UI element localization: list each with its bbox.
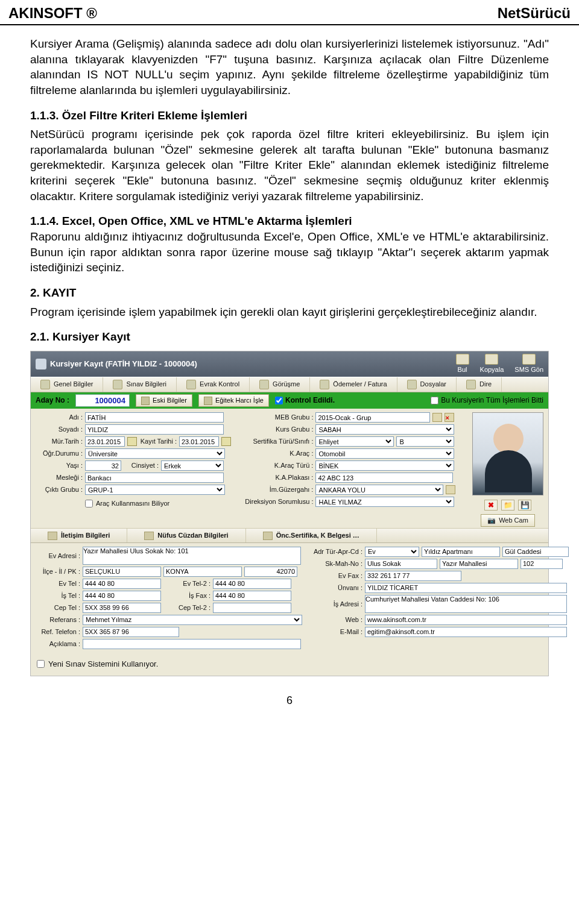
tab-gorusme[interactable]: Görüşme [250,377,310,392]
paragraph-114-block: 1.1.4. Excel, Open Office, XML ve HTML'e… [30,213,549,275]
tab-odemeler[interactable]: Ödemeler / Fatura [310,377,397,392]
tab-dosyalar[interactable]: Dosyalar [397,377,457,392]
kurs-grubu-select[interactable]: SABAH [315,424,454,435]
egitek-harci-button[interactable]: Eğitek Harcı İşle [198,394,269,407]
lookup-icon[interactable] [446,485,455,494]
cadde-input[interactable] [502,547,569,557]
product-text: NetSürücü [498,5,571,22]
kayit-tarihi-input[interactable] [179,436,219,447]
photo-preview [472,412,543,495]
paragraph-2: Program içerisinde işlem yapabilmek için… [30,304,549,320]
fee-icon [204,397,212,405]
il-input[interactable] [163,567,242,577]
adi-input[interactable] [85,412,224,423]
tab-dire[interactable]: Dire [457,377,502,392]
ev-adresi-input[interactable] [83,547,301,565]
form-area: Adı : Soyadı : Mür.Tarih : Kayıt Tarihi … [31,409,548,528]
sms-button[interactable]: SMS Gön [514,354,543,374]
app-title: Kursiyer Kayıt (FATİH YILDIZ - 1000004) [50,359,197,369]
tab-sinav-bilgileri[interactable]: Sınav Bilgileri [103,377,177,392]
unvan-input[interactable] [365,583,567,593]
mur-tarih-input[interactable] [85,436,125,447]
direksiyon-sorumlu-select[interactable]: HALE YILMAZ [315,497,454,507]
ogr-durumu-label: Öğr.Durumu : [36,449,83,458]
is-fax-input[interactable] [213,591,291,601]
history-icon [141,397,150,405]
arac-biliyor-checkbox[interactable]: Araç Kullanmasını Biliyor [36,497,236,511]
kontrol-edildi-checkbox[interactable]: Kontrol Edildi. [275,395,335,405]
eski-bilgiler-button[interactable]: Eski Bilgiler [136,394,192,407]
app-window: Kursiyer Kayıt (FATİH YILDIZ - 1000004) … [30,351,549,676]
guzergah-select[interactable]: ANKARA YOLU [315,485,443,495]
web-input[interactable] [365,615,567,625]
guzergah-label: İm.Güzergahı : [242,485,313,494]
sertifika-sinif-select[interactable]: B [396,436,454,447]
webcam-button[interactable]: 📷Web Cam [481,514,535,527]
profile-icon [40,380,50,389]
search-icon [456,354,469,365]
meslek-input[interactable] [85,473,224,483]
tum-islem-bitti-checkbox[interactable]: Bu Kursiyerin Tüm İşlemleri Bitti [431,395,543,405]
photo-delete-button[interactable]: ✖ [484,500,498,511]
cep-tel2-input[interactable] [213,603,291,613]
is-tel-label: İş Tel : [36,591,80,600]
email-input[interactable] [365,627,567,637]
referans-select[interactable]: Mehmet Yılmaz [83,615,302,625]
ref-tel-input[interactable] [83,627,179,637]
sub-tabbar: İletişim Bilgileri Nüfus Cüzdan Bilgiler… [31,528,548,543]
is-tel-input[interactable] [83,591,161,601]
apartman-input[interactable] [422,547,500,557]
contact-icon [48,532,57,540]
tab-evrak-kontrol[interactable]: Evrak Kontrol [177,377,250,392]
photo-save-button[interactable]: 💾 [518,500,531,511]
subtab-nufus[interactable]: Nüfus Cüzdan Bilgileri [127,529,245,542]
mahalle-input[interactable] [440,559,518,569]
paragraph-113: NetSürücü programı içerisinde pek çok ra… [30,127,549,204]
adr-tur-select[interactable]: Ev [365,547,419,557]
calendar-icon[interactable] [127,437,137,446]
subtab-iletisim[interactable]: İletişim Bilgileri [31,529,127,542]
pk-input[interactable] [244,567,297,577]
meb-grubu-input[interactable] [315,412,430,423]
calendar-icon[interactable] [221,437,231,446]
soyadi-input[interactable] [85,424,224,435]
folder-icon [407,380,417,389]
cinsiyet-select[interactable]: Erkek [161,460,224,471]
aday-no-value[interactable]: 1000004 [75,394,130,407]
page-number: 6 [30,693,549,708]
is-adresi-input[interactable] [365,595,567,613]
adr-tur-label: Adr Tür-Apr-Cd : [311,547,362,556]
ogr-durumu-select[interactable]: Üniversite [85,448,225,459]
copy-icon [485,354,498,365]
yeni-sinav-checkbox[interactable]: Yeni Sınav Sistemini Kullanıyor. [31,655,548,676]
aciklama-label: Açıklama : [36,640,80,649]
lookup-icon[interactable] [432,413,442,422]
ev-tel-input[interactable] [83,579,161,589]
steering-icon [466,380,476,389]
camera-icon: 📷 [487,516,496,525]
kapi-no-input[interactable] [520,559,563,569]
clear-icon[interactable]: × [445,413,454,422]
photo-open-button[interactable]: 📁 [501,500,514,511]
find-button[interactable]: Bul [456,354,469,374]
ilce-il-pk-label: İlçe - İl / PK : [36,567,80,576]
karac-turu-select[interactable]: BİNEK [315,460,454,471]
adi-label: Adı : [36,413,83,422]
copy-button[interactable]: Kopyala [480,354,504,374]
ev-tel2-input[interactable] [213,579,291,589]
cikti-grubu-select[interactable]: GRUP-1 [85,485,225,495]
exam-icon [113,380,122,389]
ilce-input[interactable] [83,567,161,577]
aciklama-input[interactable] [83,639,301,649]
plaka-input[interactable] [315,473,453,483]
ev-fax-input[interactable] [365,571,461,581]
sokak-input[interactable] [365,559,437,569]
karac-label: K.Araç : [242,449,313,458]
karac-select[interactable]: Otomobil [315,448,454,459]
sertifika-turu-select[interactable]: Ehliyet [315,436,394,447]
cep-tel-input[interactable] [83,603,161,613]
delete-icon: ✖ [488,500,494,510]
subtab-onc-sertifika[interactable]: Önc.Sertifika, K Belgesi … [246,529,377,542]
yasi-input[interactable] [85,460,121,471]
tab-genel-bilgiler[interactable]: Genel Bilgiler [31,377,103,392]
